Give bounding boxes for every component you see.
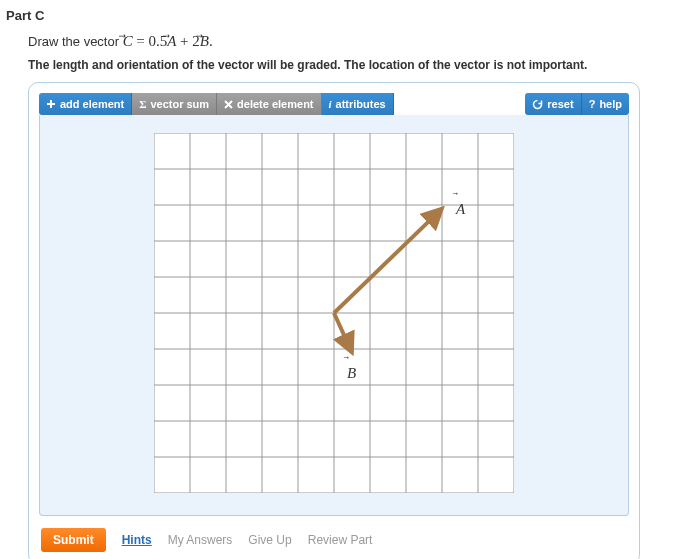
help-button[interactable]: ? help bbox=[582, 93, 629, 115]
reset-label: reset bbox=[547, 98, 573, 110]
add-element-button[interactable]: add element bbox=[39, 93, 132, 115]
plus-icon bbox=[46, 99, 56, 109]
info-icon: i bbox=[329, 98, 332, 110]
grid-svg bbox=[154, 133, 514, 493]
vector-b-label: ⃗B bbox=[347, 365, 356, 382]
toolbar-spacer bbox=[394, 93, 526, 115]
instruction: Draw the vector C = 0.5A + 2B. bbox=[28, 33, 677, 50]
canvas-area[interactable]: ⃗A ⃗B bbox=[39, 115, 629, 516]
reset-button[interactable]: reset bbox=[525, 93, 581, 115]
sub-instruction: The length and orientation of the vector… bbox=[28, 58, 677, 72]
delete-element-label: delete element bbox=[237, 98, 313, 110]
delete-element-button[interactable]: delete element bbox=[217, 93, 321, 115]
submit-button[interactable]: Submit bbox=[41, 528, 106, 552]
hints-link[interactable]: Hints bbox=[122, 533, 152, 547]
toolbar: add element Σ vector sum delete element … bbox=[39, 93, 629, 115]
svg-line-23 bbox=[334, 313, 352, 353]
action-row: Submit Hints My Answers Give Up Review P… bbox=[41, 528, 629, 552]
part-title: Part C bbox=[6, 8, 677, 23]
add-element-label: add element bbox=[60, 98, 124, 110]
attributes-label: attributes bbox=[336, 98, 386, 110]
review-part-link: Review Part bbox=[308, 533, 373, 547]
give-up-link: Give Up bbox=[248, 533, 291, 547]
vector-sum-label: vector sum bbox=[150, 98, 209, 110]
attributes-button[interactable]: i attributes bbox=[322, 93, 394, 115]
vector-a-label: ⃗A bbox=[456, 201, 465, 218]
x-icon bbox=[224, 100, 233, 109]
sigma-icon: Σ bbox=[139, 98, 146, 110]
help-label: help bbox=[599, 98, 622, 110]
vector-panel: add element Σ vector sum delete element … bbox=[28, 82, 640, 559]
my-answers-link: My Answers bbox=[168, 533, 233, 547]
svg-line-22 bbox=[334, 209, 442, 313]
vector-grid[interactable]: ⃗A ⃗B bbox=[154, 133, 514, 493]
question-icon: ? bbox=[589, 98, 596, 110]
vector-sum-button[interactable]: Σ vector sum bbox=[132, 93, 217, 115]
reset-icon bbox=[532, 99, 543, 110]
